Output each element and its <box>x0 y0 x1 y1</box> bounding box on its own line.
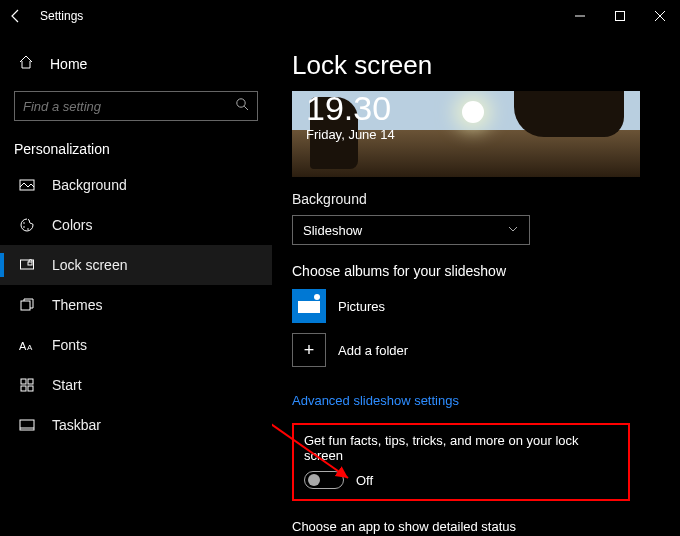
titlebar: Settings <box>0 0 680 32</box>
fun-facts-state: Off <box>356 473 373 488</box>
themes-icon <box>18 297 36 313</box>
window-title: Settings <box>32 9 83 23</box>
sidebar-item-lock-screen[interactable]: Lock screen <box>0 245 272 285</box>
svg-rect-18 <box>28 386 33 391</box>
taskbar-icon <box>18 417 36 433</box>
sidebar-item-fonts[interactable]: AAFonts <box>0 325 272 365</box>
search-icon <box>235 97 249 115</box>
search-field[interactable] <box>23 99 235 114</box>
home-button[interactable]: Home <box>0 44 272 85</box>
svg-text:A: A <box>27 343 33 352</box>
lockscreen-icon <box>18 257 36 273</box>
sidebar-item-label: Lock screen <box>52 257 127 273</box>
svg-point-9 <box>27 228 29 230</box>
background-icon <box>18 177 36 193</box>
svg-rect-11 <box>28 262 32 265</box>
lockscreen-preview: 19.30 Friday, June 14 <box>292 91 640 177</box>
plus-icon: + <box>292 333 326 367</box>
sidebar-item-label: Background <box>52 177 127 193</box>
fonts-icon: AA <box>18 337 36 353</box>
pictures-tile-icon <box>292 289 326 323</box>
maximize-button[interactable] <box>600 2 640 30</box>
sidebar-item-start[interactable]: Start <box>0 365 272 405</box>
sidebar-item-label: Themes <box>52 297 103 313</box>
sidebar-item-taskbar[interactable]: Taskbar <box>0 405 272 445</box>
back-button[interactable] <box>0 0 32 32</box>
svg-point-4 <box>237 99 245 107</box>
colors-icon <box>18 217 36 233</box>
category-header: Personalization <box>0 131 272 165</box>
home-label: Home <box>50 56 87 72</box>
svg-text:A: A <box>19 340 27 352</box>
album-pictures[interactable]: Pictures <box>292 289 660 323</box>
minimize-button[interactable] <box>560 2 600 30</box>
background-label: Background <box>292 191 660 207</box>
svg-rect-1 <box>616 12 625 21</box>
chevron-down-icon <box>507 223 519 238</box>
svg-rect-15 <box>21 379 26 384</box>
sidebar-item-label: Start <box>52 377 82 393</box>
svg-line-5 <box>244 106 248 110</box>
preview-date: Friday, June 14 <box>306 127 395 142</box>
sidebar-item-themes[interactable]: Themes <box>0 285 272 325</box>
sidebar-item-label: Fonts <box>52 337 87 353</box>
fun-facts-toggle[interactable] <box>304 471 344 489</box>
sidebar: Home Personalization BackgroundColorsLoc… <box>0 32 272 536</box>
svg-point-8 <box>23 226 25 228</box>
sidebar-item-label: Taskbar <box>52 417 101 433</box>
add-folder-label: Add a folder <box>338 343 408 358</box>
content-pane: Lock screen 19.30 Friday, June 14 Backgr… <box>272 32 680 536</box>
background-dropdown[interactable]: Slideshow <box>292 215 530 245</box>
start-icon <box>18 377 36 393</box>
search-input[interactable] <box>14 91 258 121</box>
svg-rect-16 <box>28 379 33 384</box>
home-icon <box>18 54 34 73</box>
add-folder-button[interactable]: + Add a folder <box>292 333 660 367</box>
svg-rect-17 <box>21 386 26 391</box>
advanced-slideshow-link[interactable]: Advanced slideshow settings <box>292 393 459 408</box>
close-button[interactable] <box>640 2 680 30</box>
albums-label: Choose albums for your slideshow <box>292 263 660 279</box>
svg-rect-12 <box>21 301 30 310</box>
dropdown-value: Slideshow <box>303 223 362 238</box>
fun-facts-label: Get fun facts, tips, tricks, and more on… <box>304 433 618 463</box>
svg-point-7 <box>23 222 25 224</box>
album-row-label: Pictures <box>338 299 385 314</box>
sidebar-item-colors[interactable]: Colors <box>0 205 272 245</box>
sidebar-item-background[interactable]: Background <box>0 165 272 205</box>
fun-facts-highlight: Get fun facts, tips, tricks, and more on… <box>292 423 630 501</box>
preview-time: 19.30 <box>306 91 391 125</box>
page-title: Lock screen <box>292 32 660 91</box>
detailed-status-label: Choose an app to show detailed status <box>292 519 660 534</box>
sidebar-item-label: Colors <box>52 217 92 233</box>
